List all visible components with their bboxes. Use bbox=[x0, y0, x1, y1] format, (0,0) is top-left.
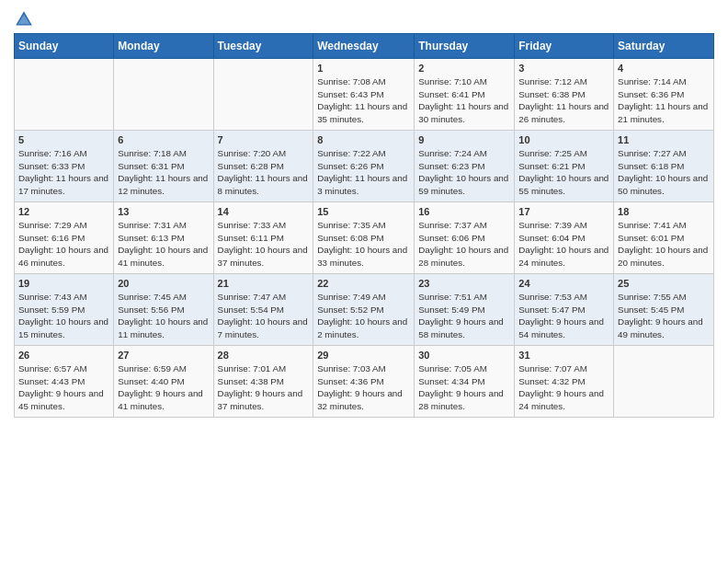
cell-details: Sunrise: 7:14 AM Sunset: 6:36 PM Dayligh… bbox=[618, 75, 710, 126]
cell-1-2: 7Sunrise: 7:20 AM Sunset: 6:28 PM Daylig… bbox=[213, 131, 313, 202]
cell-0-4: 2Sunrise: 7:10 AM Sunset: 6:41 PM Daylig… bbox=[415, 59, 515, 131]
day-number: 9 bbox=[418, 134, 510, 145]
cell-2-3: 15Sunrise: 7:35 AM Sunset: 6:08 PM Dayli… bbox=[313, 202, 415, 274]
cell-2-4: 16Sunrise: 7:37 AM Sunset: 6:06 PM Dayli… bbox=[415, 202, 515, 274]
col-header-friday: Friday bbox=[515, 34, 614, 59]
day-number: 12 bbox=[18, 206, 109, 217]
cell-1-0: 5Sunrise: 7:16 AM Sunset: 6:33 PM Daylig… bbox=[15, 131, 114, 202]
day-number: 28 bbox=[218, 350, 310, 361]
cell-details: Sunrise: 7:16 AM Sunset: 6:33 PM Dayligh… bbox=[18, 147, 109, 198]
day-number: 6 bbox=[118, 134, 209, 145]
cell-1-5: 10Sunrise: 7:25 AM Sunset: 6:21 PM Dayli… bbox=[515, 131, 614, 202]
cell-4-5: 31Sunrise: 7:07 AM Sunset: 4:32 PM Dayli… bbox=[515, 346, 614, 418]
cell-0-6: 4Sunrise: 7:14 AM Sunset: 6:36 PM Daylig… bbox=[614, 59, 714, 131]
cell-1-6: 11Sunrise: 7:27 AM Sunset: 6:18 PM Dayli… bbox=[614, 131, 714, 202]
cell-3-0: 19Sunrise: 7:43 AM Sunset: 5:59 PM Dayli… bbox=[15, 274, 114, 346]
col-header-sunday: Sunday bbox=[15, 34, 114, 59]
col-header-thursday: Thursday bbox=[415, 34, 515, 59]
cell-2-2: 14Sunrise: 7:33 AM Sunset: 6:11 PM Dayli… bbox=[213, 202, 313, 274]
cell-4-6 bbox=[614, 346, 714, 418]
day-number: 13 bbox=[118, 206, 209, 217]
cell-details: Sunrise: 7:03 AM Sunset: 4:36 PM Dayligh… bbox=[317, 362, 410, 413]
cell-details: Sunrise: 7:07 AM Sunset: 4:32 PM Dayligh… bbox=[518, 362, 609, 413]
cell-details: Sunrise: 7:18 AM Sunset: 6:31 PM Dayligh… bbox=[118, 147, 209, 198]
cell-details: Sunrise: 7:29 AM Sunset: 6:16 PM Dayligh… bbox=[18, 219, 109, 270]
cell-2-6: 18Sunrise: 7:41 AM Sunset: 6:01 PM Dayli… bbox=[614, 202, 714, 274]
cell-2-0: 12Sunrise: 7:29 AM Sunset: 6:16 PM Dayli… bbox=[15, 202, 114, 274]
logo-icon bbox=[14, 9, 34, 29]
cell-2-5: 17Sunrise: 7:39 AM Sunset: 6:04 PM Dayli… bbox=[515, 202, 614, 274]
day-number: 5 bbox=[18, 134, 109, 145]
week-row-3: 19Sunrise: 7:43 AM Sunset: 5:59 PM Dayli… bbox=[15, 274, 714, 346]
cell-details: Sunrise: 7:37 AM Sunset: 6:06 PM Dayligh… bbox=[418, 219, 510, 270]
cell-1-1: 6Sunrise: 7:18 AM Sunset: 6:31 PM Daylig… bbox=[114, 131, 213, 202]
cell-details: Sunrise: 7:10 AM Sunset: 6:41 PM Dayligh… bbox=[418, 75, 510, 126]
day-number: 20 bbox=[118, 278, 209, 289]
cell-1-4: 9Sunrise: 7:24 AM Sunset: 6:23 PM Daylig… bbox=[415, 131, 515, 202]
cell-4-0: 26Sunrise: 6:57 AM Sunset: 4:43 PM Dayli… bbox=[15, 346, 114, 418]
day-number: 11 bbox=[618, 134, 710, 145]
day-number: 15 bbox=[317, 206, 410, 217]
day-number: 27 bbox=[118, 350, 209, 361]
cell-details: Sunrise: 7:39 AM Sunset: 6:04 PM Dayligh… bbox=[518, 219, 609, 270]
cell-4-3: 29Sunrise: 7:03 AM Sunset: 4:36 PM Dayli… bbox=[313, 346, 415, 418]
day-number: 10 bbox=[518, 134, 609, 145]
cell-3-4: 23Sunrise: 7:51 AM Sunset: 5:49 PM Dayli… bbox=[415, 274, 515, 346]
day-number: 26 bbox=[18, 350, 109, 361]
logo bbox=[14, 9, 37, 29]
cell-4-2: 28Sunrise: 7:01 AM Sunset: 4:38 PM Dayli… bbox=[213, 346, 313, 418]
cell-details: Sunrise: 6:59 AM Sunset: 4:40 PM Dayligh… bbox=[118, 362, 209, 413]
cell-details: Sunrise: 7:47 AM Sunset: 5:54 PM Dayligh… bbox=[218, 291, 310, 341]
day-number: 4 bbox=[618, 63, 710, 74]
day-number: 31 bbox=[518, 350, 609, 361]
week-row-1: 5Sunrise: 7:16 AM Sunset: 6:33 PM Daylig… bbox=[15, 131, 714, 202]
day-number: 25 bbox=[618, 278, 710, 289]
cell-details: Sunrise: 7:01 AM Sunset: 4:38 PM Dayligh… bbox=[218, 362, 310, 413]
day-number: 18 bbox=[618, 206, 710, 217]
col-header-wednesday: Wednesday bbox=[313, 34, 415, 59]
day-number: 2 bbox=[418, 63, 510, 74]
cell-3-3: 22Sunrise: 7:49 AM Sunset: 5:52 PM Dayli… bbox=[313, 274, 415, 346]
day-number: 1 bbox=[317, 63, 410, 74]
day-number: 7 bbox=[218, 134, 310, 145]
cell-details: Sunrise: 7:24 AM Sunset: 6:23 PM Dayligh… bbox=[418, 147, 510, 198]
calendar-table: SundayMondayTuesdayWednesdayThursdayFrid… bbox=[14, 33, 714, 418]
cell-3-2: 21Sunrise: 7:47 AM Sunset: 5:54 PM Dayli… bbox=[213, 274, 313, 346]
cell-3-6: 25Sunrise: 7:55 AM Sunset: 5:45 PM Dayli… bbox=[614, 274, 714, 346]
cell-details: Sunrise: 7:53 AM Sunset: 5:47 PM Dayligh… bbox=[518, 291, 609, 341]
page: SundayMondayTuesdayWednesdayThursdayFrid… bbox=[0, 0, 728, 427]
cell-0-5: 3Sunrise: 7:12 AM Sunset: 6:38 PM Daylig… bbox=[515, 59, 614, 131]
cell-details: Sunrise: 7:27 AM Sunset: 6:18 PM Dayligh… bbox=[618, 147, 710, 198]
cell-0-0 bbox=[15, 59, 114, 131]
week-row-4: 26Sunrise: 6:57 AM Sunset: 4:43 PM Dayli… bbox=[15, 346, 714, 418]
day-number: 19 bbox=[18, 278, 109, 289]
cell-details: Sunrise: 7:55 AM Sunset: 5:45 PM Dayligh… bbox=[618, 291, 710, 341]
cell-0-1 bbox=[114, 59, 213, 131]
day-number: 29 bbox=[317, 350, 410, 361]
cell-0-3: 1Sunrise: 7:08 AM Sunset: 6:43 PM Daylig… bbox=[313, 59, 415, 131]
cell-details: Sunrise: 7:33 AM Sunset: 6:11 PM Dayligh… bbox=[218, 219, 310, 270]
cell-details: Sunrise: 7:51 AM Sunset: 5:49 PM Dayligh… bbox=[418, 291, 510, 341]
cell-0-2 bbox=[213, 59, 313, 131]
cell-details: Sunrise: 7:35 AM Sunset: 6:08 PM Dayligh… bbox=[317, 219, 410, 270]
col-header-monday: Monday bbox=[114, 34, 213, 59]
cell-2-1: 13Sunrise: 7:31 AM Sunset: 6:13 PM Dayli… bbox=[114, 202, 213, 274]
cell-details: Sunrise: 7:43 AM Sunset: 5:59 PM Dayligh… bbox=[18, 291, 109, 341]
week-row-0: 1Sunrise: 7:08 AM Sunset: 6:43 PM Daylig… bbox=[15, 59, 714, 131]
cell-3-1: 20Sunrise: 7:45 AM Sunset: 5:56 PM Dayli… bbox=[114, 274, 213, 346]
cell-details: Sunrise: 7:05 AM Sunset: 4:34 PM Dayligh… bbox=[418, 362, 510, 413]
day-number: 21 bbox=[218, 278, 310, 289]
cell-details: Sunrise: 7:45 AM Sunset: 5:56 PM Dayligh… bbox=[118, 291, 209, 341]
cell-details: Sunrise: 7:20 AM Sunset: 6:28 PM Dayligh… bbox=[218, 147, 310, 198]
col-header-tuesday: Tuesday bbox=[213, 34, 313, 59]
day-number: 24 bbox=[518, 278, 609, 289]
day-number: 23 bbox=[418, 278, 510, 289]
cell-details: Sunrise: 7:22 AM Sunset: 6:26 PM Dayligh… bbox=[317, 147, 410, 198]
day-number: 14 bbox=[218, 206, 310, 217]
cell-details: Sunrise: 6:57 AM Sunset: 4:43 PM Dayligh… bbox=[18, 362, 109, 413]
cell-1-3: 8Sunrise: 7:22 AM Sunset: 6:26 PM Daylig… bbox=[313, 131, 415, 202]
cell-details: Sunrise: 7:25 AM Sunset: 6:21 PM Dayligh… bbox=[518, 147, 609, 198]
day-number: 30 bbox=[418, 350, 510, 361]
cell-4-4: 30Sunrise: 7:05 AM Sunset: 4:34 PM Dayli… bbox=[415, 346, 515, 418]
cell-4-1: 27Sunrise: 6:59 AM Sunset: 4:40 PM Dayli… bbox=[114, 346, 213, 418]
